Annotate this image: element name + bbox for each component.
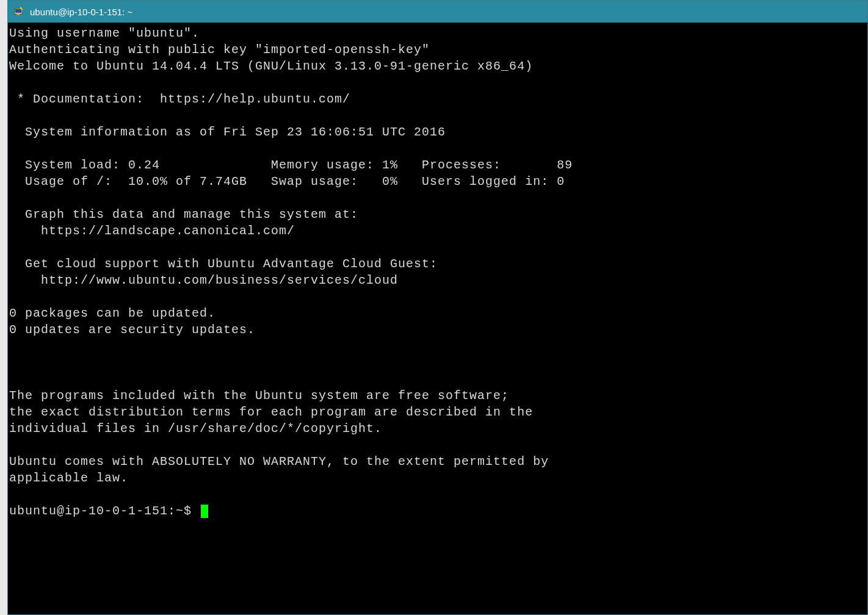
window-title: ubuntu@ip-10-0-1-151: ~ xyxy=(30,7,132,17)
cursor[interactable] xyxy=(201,505,208,518)
terminal-line: Using username "ubuntu". xyxy=(9,26,200,40)
terminal-line: Get cloud support with Ubuntu Advantage … xyxy=(9,257,438,271)
terminal-line: System information as of Fri Sep 23 16:0… xyxy=(9,125,446,139)
terminal-line: the exact distribution terms for each pr… xyxy=(9,405,533,419)
svg-rect-3 xyxy=(16,14,20,15)
terminal-line: 0 packages can be updated. xyxy=(9,306,215,320)
terminal-line: Welcome to Ubuntu 14.04.4 LTS (GNU/Linux… xyxy=(9,59,533,73)
putty-icon xyxy=(13,5,25,18)
titlebar[interactable]: ubuntu@ip-10-0-1-151: ~ xyxy=(8,1,867,23)
shell-prompt: ubuntu@ip-10-0-1-151:~$ xyxy=(9,503,200,519)
terminal-line: http://www.ubuntu.com/business/services/… xyxy=(9,273,398,287)
terminal-output[interactable]: Using username "ubuntu". Authenticating … xyxy=(8,23,867,614)
terminal-line: https://landscape.canonical.com/ xyxy=(9,224,295,238)
terminal-line: Authenticating with public key "imported… xyxy=(9,43,430,57)
terminal-line: Graph this data and manage this system a… xyxy=(9,207,358,221)
terminal-window: ubuntu@ip-10-0-1-151: ~ Using username "… xyxy=(7,0,868,615)
terminal-line: System load: 0.24 Memory usage: 1% Proce… xyxy=(9,158,573,172)
terminal-line: * Documentation: https://help.ubuntu.com… xyxy=(9,92,350,106)
terminal-line: Usage of /: 10.0% of 7.74GB Swap usage: … xyxy=(9,174,565,189)
terminal-line: The programs included with the Ubuntu sy… xyxy=(9,389,509,403)
prompt-line: ubuntu@ip-10-0-1-151:~$ xyxy=(9,503,866,519)
terminal-line: 0 updates are security updates. xyxy=(9,323,255,337)
background-edge xyxy=(0,0,7,615)
terminal-line: Ubuntu comes with ABSOLUTELY NO WARRANTY… xyxy=(9,455,549,469)
svg-rect-1 xyxy=(15,9,21,13)
terminal-line: applicable law. xyxy=(9,471,128,485)
terminal-line: individual files in /usr/share/doc/*/cop… xyxy=(9,422,382,436)
